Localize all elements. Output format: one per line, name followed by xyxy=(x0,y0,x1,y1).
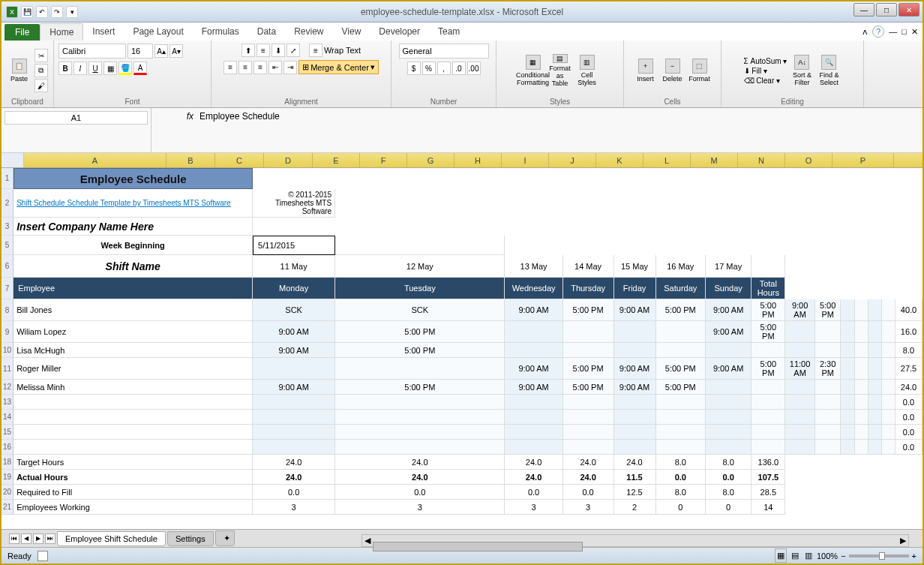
col-header-H[interactable]: H xyxy=(454,153,502,167)
time-cell[interactable] xyxy=(563,410,614,425)
minimize-button[interactable]: — xyxy=(854,3,874,17)
file-tab[interactable]: File xyxy=(4,24,40,41)
ribbon-tab-insert[interactable]: Insert xyxy=(83,23,124,41)
time-cell[interactable]: 9:00 AM xyxy=(706,299,752,321)
stat-val[interactable]: 0 xyxy=(656,500,706,515)
day-header-6[interactable]: Sunday xyxy=(706,278,752,299)
redo-icon[interactable]: ↷ xyxy=(51,6,63,18)
underline-button[interactable]: U xyxy=(88,62,102,75)
time-cell[interactable] xyxy=(868,425,882,440)
horizontal-scrollbar[interactable]: ◀ ▶ xyxy=(362,534,909,547)
stat-val[interactable]: 0.0 xyxy=(253,485,335,500)
time-cell[interactable] xyxy=(841,380,854,395)
copy-icon[interactable]: ⧉ xyxy=(34,64,48,77)
schedule-title[interactable]: Employee Schedule xyxy=(14,168,253,189)
view-break-icon[interactable]: ▥ xyxy=(803,549,814,562)
decrease-decimal-icon[interactable]: .00 xyxy=(467,62,481,75)
stat-val[interactable]: 3 xyxy=(505,500,562,515)
time-cell[interactable]: 9:00 AM xyxy=(785,299,814,321)
date-1[interactable]: 12 May xyxy=(335,255,505,278)
total-hours-cell[interactable]: 0.0 xyxy=(896,425,922,440)
time-cell[interactable] xyxy=(785,380,814,395)
time-cell[interactable]: 9:00 AM xyxy=(614,380,656,395)
time-cell[interactable] xyxy=(841,321,854,343)
ribbon-tab-data[interactable]: Data xyxy=(248,23,285,41)
insert-cells-button[interactable]: +Insert xyxy=(634,55,658,86)
time-cell[interactable] xyxy=(614,395,656,410)
wrap-text-button[interactable]: Wrap Text xyxy=(324,46,361,55)
row-header-14[interactable]: 14 xyxy=(2,410,14,425)
name-box[interactable] xyxy=(4,111,148,125)
row-header-20[interactable]: 20 xyxy=(2,485,14,500)
time-cell[interactable] xyxy=(752,425,785,440)
format-cells-button[interactable]: ⬚Format xyxy=(688,55,712,86)
ribbon-tab-home[interactable]: Home xyxy=(40,23,83,41)
time-cell[interactable] xyxy=(855,395,868,410)
stat-val[interactable]: 12.5 xyxy=(614,485,656,500)
stat-val[interactable]: 24.0 xyxy=(505,455,562,470)
time-cell[interactable] xyxy=(882,440,896,455)
stat-val[interactable]: 24.0 xyxy=(335,470,505,485)
comma-icon[interactable]: , xyxy=(437,62,451,75)
stat-label[interactable]: Actual Hours xyxy=(14,470,253,485)
find-select-button[interactable]: 🔍Find & Select xyxy=(817,55,841,86)
time-cell[interactable] xyxy=(882,395,896,410)
time-cell[interactable] xyxy=(335,395,505,410)
time-cell[interactable]: 5:00 PM xyxy=(335,380,505,395)
align-left-icon[interactable]: ≡ xyxy=(224,61,237,74)
maximize-button[interactable]: □ xyxy=(876,3,897,17)
time-cell[interactable]: 11:00 AM xyxy=(785,358,814,380)
stat-val[interactable]: 0.0 xyxy=(563,485,614,500)
date-2[interactable]: 13 May xyxy=(505,255,562,278)
fill-color-icon[interactable]: 🪣 xyxy=(118,62,132,75)
ribbon-tab-team[interactable]: Team xyxy=(429,23,469,41)
stat-val[interactable]: 8.0 xyxy=(706,485,752,500)
ribbon-tab-review[interactable]: Review xyxy=(285,23,332,41)
fx-icon[interactable]: fx xyxy=(187,111,194,122)
time-cell[interactable] xyxy=(706,425,752,440)
row-header-2[interactable]: 2 xyxy=(2,189,14,218)
time-cell[interactable] xyxy=(868,380,882,395)
tab-nav-last-icon[interactable]: ⏭ xyxy=(45,533,56,544)
row-header-11[interactable]: 11 xyxy=(2,358,14,380)
time-cell[interactable] xyxy=(505,321,562,343)
stat-val[interactable]: 11.5 xyxy=(614,470,656,485)
time-cell[interactable]: 9:00 AM xyxy=(253,321,335,343)
time-cell[interactable] xyxy=(656,425,706,440)
time-cell[interactable]: 5:00 PM xyxy=(563,299,614,321)
macro-record-icon[interactable] xyxy=(38,551,48,561)
row-header-10[interactable]: 10 xyxy=(2,343,14,358)
time-cell[interactable]: 5:00 PM xyxy=(752,321,785,343)
col-header-P[interactable]: P xyxy=(832,153,894,167)
time-cell[interactable] xyxy=(563,395,614,410)
total-hours-cell[interactable]: 0.0 xyxy=(896,395,922,410)
time-cell[interactable] xyxy=(868,299,882,321)
decrease-font-icon[interactable]: A▾ xyxy=(170,44,183,58)
time-cell[interactable] xyxy=(752,343,785,358)
align-top-icon[interactable]: ⬆ xyxy=(242,44,255,57)
time-cell[interactable] xyxy=(882,299,896,321)
total-hours-cell[interactable]: 8.0 xyxy=(896,343,922,358)
time-cell[interactable] xyxy=(253,395,335,410)
row-header-13[interactable]: 13 xyxy=(2,395,14,410)
row-header-9[interactable]: 9 xyxy=(2,321,14,343)
time-cell[interactable] xyxy=(253,425,335,440)
align-middle-icon[interactable]: ≡ xyxy=(256,44,270,57)
time-cell[interactable] xyxy=(785,410,814,425)
date-0[interactable]: 11 May xyxy=(253,255,335,278)
time-cell[interactable] xyxy=(656,440,706,455)
time-cell[interactable]: 5:00 PM xyxy=(335,321,505,343)
percent-icon[interactable]: % xyxy=(422,62,436,75)
time-cell[interactable]: 5:00 PM xyxy=(815,299,842,321)
empty[interactable] xyxy=(335,236,505,255)
format-painter-icon[interactable]: 🖌 xyxy=(34,79,48,92)
day-header-0[interactable]: Monday xyxy=(253,278,335,299)
border-icon[interactable]: ▦ xyxy=(104,62,117,75)
font-color-icon[interactable]: A xyxy=(134,62,147,75)
col-header-O[interactable]: O xyxy=(785,153,832,167)
time-cell[interactable] xyxy=(815,321,842,343)
increase-indent-icon[interactable]: ⇥ xyxy=(284,61,297,74)
time-cell[interactable] xyxy=(882,358,896,380)
time-cell[interactable] xyxy=(868,321,882,343)
time-cell[interactable] xyxy=(505,425,562,440)
